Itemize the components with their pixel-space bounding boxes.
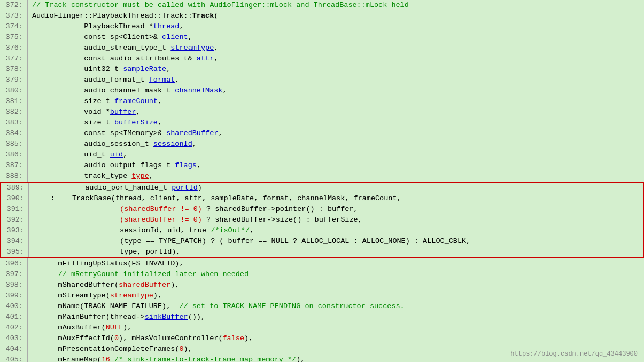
watermark: https://blog.csdn.net/qq_43443900 bbox=[510, 350, 638, 358]
code-line-375: 375: const sp<Client>& client, bbox=[0, 32, 644, 43]
code-line-391: 391: (sharedBuffer != 0) ? sharedBuffer-… bbox=[1, 204, 643, 215]
code-line-389: 389: audio_port_handle_t portId) bbox=[1, 183, 643, 193]
code-line-403: 403: mAuxEffectId(0), mHasVolumeControll… bbox=[0, 333, 644, 344]
code-line-381: 381: size_t frameCount, bbox=[0, 96, 644, 107]
code-line-398: 398: mSharedBuffer(sharedBuffer), bbox=[0, 280, 644, 290]
code-line-388: 388: track_type type, bbox=[0, 171, 644, 182]
code-line-392: 392: (sharedBuffer != 0) ? sharedBuffer-… bbox=[1, 215, 643, 225]
code-line-397: 397: // mRetryCount initialized later wh… bbox=[0, 269, 644, 280]
code-line-385: 385: audio_session_t sessionId, bbox=[0, 139, 644, 149]
code-line-387: 387: audio_output_flags_t flags, bbox=[0, 160, 644, 171]
code-lines-before: 372: // Track constructor must be called… bbox=[0, 0, 644, 182]
code-line-376: 376: audio_stream_type_t streamType, bbox=[0, 43, 644, 53]
code-line-394: 394: (type == TYPE_PATCH) ? ( buffer == … bbox=[1, 236, 643, 247]
code-line-373: 373: AudioFlinger::PlaybackThread::Track… bbox=[0, 11, 644, 21]
code-line-396: 396: mFillingUpStatus(FS_INVALID), bbox=[0, 258, 644, 269]
code-line-386: 386: uid_t uid, bbox=[0, 149, 644, 160]
highlighted-block: 389: audio_port_handle_t portId) 390: : … bbox=[0, 182, 644, 258]
code-line-374: 374: PlaybackThread *thread, bbox=[0, 21, 644, 32]
code-line-380: 380: audio_channel_mask_t channelMask, bbox=[0, 85, 644, 96]
code-line-377: 377: const audio_attributes_t& attr, bbox=[0, 53, 644, 64]
code-line-384: 384: const sp<IMemory>& sharedBuffer, bbox=[0, 128, 644, 139]
code-line-379: 379: audio_format_t format, bbox=[0, 75, 644, 85]
code-line-378: 378: uint32_t sampleRate, bbox=[0, 64, 644, 75]
code-line-383: 383: size_t bufferSize, bbox=[0, 117, 644, 128]
code-lines-after: 396: mFillingUpStatus(FS_INVALID), 397: … bbox=[0, 258, 644, 362]
code-line-393: 393: sessionId, uid, true /*isOut*/, bbox=[1, 225, 643, 236]
code-line-401: 401: mMainBuffer(thread->sinkBuffer()), bbox=[0, 312, 644, 322]
code-container: 372: // Track constructor must be called… bbox=[0, 0, 644, 362]
code-line-402: 402: mAuxBuffer(NULL), bbox=[0, 322, 644, 333]
code-line-390: 390: : TrackBase(thread, client, attr, s… bbox=[1, 193, 643, 204]
code-line-372: 372: // Track constructor must be called… bbox=[0, 0, 644, 11]
code-line-395: 395: type, portId), bbox=[1, 247, 643, 257]
code-line-400: 400: mName(TRACK_NAME_FAILURE), // set t… bbox=[0, 301, 644, 312]
code-line-382: 382: void *buffer, bbox=[0, 107, 644, 117]
code-line-399: 399: mStreamType(streamType), bbox=[0, 290, 644, 301]
